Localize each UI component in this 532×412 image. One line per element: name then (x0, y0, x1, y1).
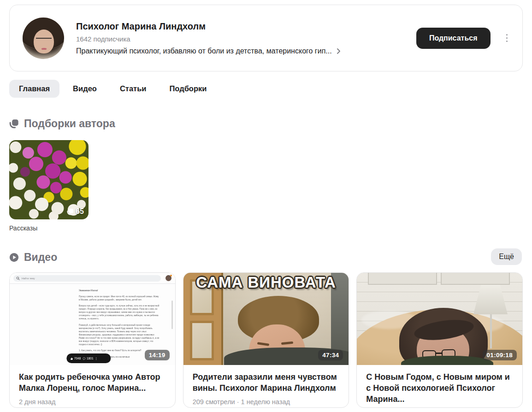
collections-icon (67, 208, 74, 215)
reactions-bar: 7048 1801 (67, 353, 111, 363)
avatar-glasses (36, 38, 52, 42)
channel-info: Психолог Марина Линдхолм 1642 подписчика… (76, 21, 416, 55)
thumbnail-browser-bar: Найти тему (10, 273, 175, 284)
search-icon (16, 277, 20, 280)
collection-count: 65 (76, 207, 84, 216)
video-card[interactable]: 01:09:18 С Новым Годом, с Новым миром и … (356, 272, 523, 408)
subscribe-button[interactable]: Подписаться (416, 28, 491, 49)
document-paragraph: Вопрос про детей – если туда идти, то лу… (79, 304, 160, 320)
tab-video[interactable]: Видео (63, 80, 106, 98)
channel-tabs: Главная Видео Статьи Подборки (9, 79, 523, 98)
thumbnail-overlay-text: САМА ВИНОВАТА (183, 274, 349, 291)
collection-name: Рассказы (9, 224, 89, 232)
mini-scrollbar (171, 300, 173, 329)
search-placeholder: Найти тему (22, 277, 66, 280)
channel-avatar[interactable] (23, 18, 64, 59)
playlists-section-header: Подборки автора (9, 117, 523, 130)
videos-grid: Найти тему Уважаемая Малка! Прошу совета… (9, 272, 523, 408)
videos-section-header: Видео Ещё (9, 250, 523, 264)
channel-menu-button[interactable] (503, 31, 511, 45)
collection-thumbnail: 65 (9, 140, 89, 219)
video-title: Родители заразили меня чувством вины. Пс… (193, 372, 340, 394)
video-meta: 209 смотрели · 1 неделю назад (193, 398, 340, 406)
video-thumbnail-document: Найти тему Уважаемая Малка! Прошу совета… (10, 273, 175, 365)
tab-articles[interactable]: Статьи (110, 80, 156, 98)
video-card-body: Как родить ребеночка умно Автор Малка Ло… (10, 365, 175, 406)
video-title: С Новым Годом, с Новым миром и с Новой п… (366, 372, 513, 405)
document-paragraph: Прошу совета, если он придет. Мне почти … (79, 295, 160, 301)
comment-count: 1801 (87, 357, 94, 360)
subscriber-count: 1642 подписчика (76, 35, 416, 43)
video-card[interactable]: Найти тему Уважаемая Малка! Прошу совета… (9, 272, 176, 408)
video-card[interactable]: САМА ВИНОВАТА 47:34 Родители заразили ме… (183, 272, 349, 408)
like-count: 7048 (74, 357, 81, 360)
comment-icon (83, 357, 86, 360)
duration-badge: 01:09:18 (483, 350, 517, 360)
chevron-right-icon (337, 48, 341, 54)
channel-header: Психолог Марина Линдхолм 1642 подписчика… (9, 5, 523, 71)
channel-description: Практикующий психолог, избавляю от боли … (76, 47, 332, 55)
collections-icon (9, 119, 19, 129)
collection-card[interactable]: 65 Рассказы (9, 140, 89, 232)
video-card-body: С Новым Годом, с Новым миром и с Новой п… (357, 365, 522, 408)
video-play-icon (9, 253, 19, 262)
more-options-icon (96, 357, 96, 359)
channel-title: Психолог Марина Линдхолм (76, 21, 416, 32)
duration-badge: 14:19 (145, 350, 170, 360)
video-title: Как родить ребеночка умно Автор Малка Ло… (19, 372, 166, 394)
document-heading: Уважаемая Малка! (79, 289, 160, 292)
tab-playlists[interactable]: Подборки (160, 80, 216, 98)
search-input: Найти тему (13, 275, 161, 282)
video-meta: 2 дня назад (19, 398, 166, 406)
video-thumbnail-newyear: 01:09:18 (357, 273, 522, 365)
like-icon (71, 357, 74, 360)
videos-section-title: Видео (24, 251, 57, 264)
document-paragraph: Пожалуй, я действительно хочу большой и … (79, 324, 160, 346)
lamp (473, 285, 508, 314)
mini-avatar (166, 275, 171, 281)
avatar-lips (41, 48, 47, 50)
video-card-body: Родители заразили меня чувством вины. Пс… (183, 365, 349, 406)
video-thumbnail-guilt: САМА ВИНОВАТА 47:34 (183, 273, 349, 365)
playlists-section-title: Подборки автора (24, 118, 115, 130)
duration-badge: 47:34 (318, 350, 343, 360)
channel-description-row[interactable]: Практикующий психолог, избавляю от боли … (76, 47, 416, 55)
collection-count-badge: 65 (67, 207, 84, 216)
tab-home[interactable]: Главная (9, 80, 59, 98)
more-button[interactable]: Ещё (491, 248, 522, 265)
